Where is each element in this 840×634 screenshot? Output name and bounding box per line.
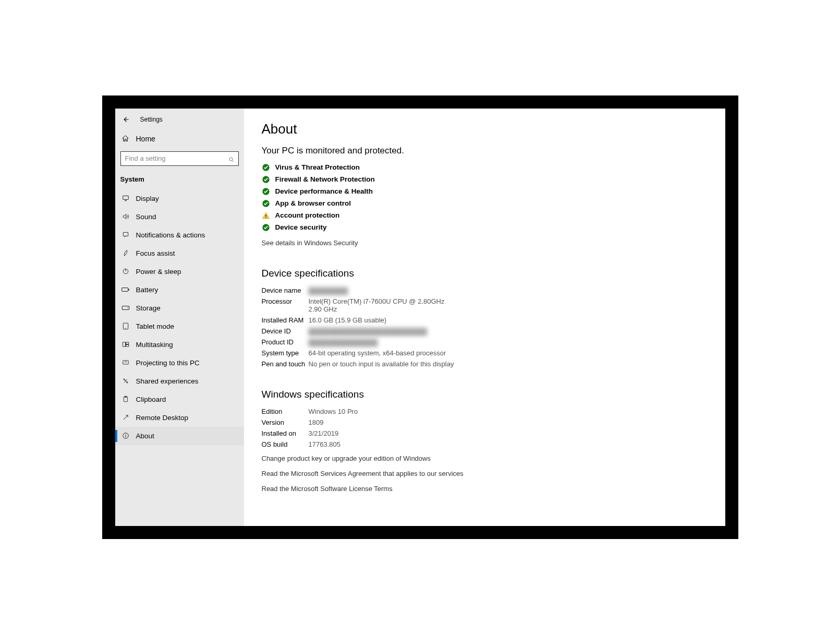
nav-item-storage[interactable]: Storage [115,299,244,317]
protection-list: Virus & Threat Protection Firewall & Net… [262,163,708,232]
nav-item-clipboard[interactable]: Clipboard [115,390,244,409]
category-heading: System [115,171,244,189]
windows-specs-heading: Windows specifications [262,389,708,400]
spec-label: Installed RAM [262,316,309,324]
nav-home-label: Home [136,135,155,143]
svg-line-1 [232,160,234,162]
battery-icon [121,287,130,292]
check-icon [262,223,270,232]
see-details-link[interactable]: See details in Windows Security [262,239,708,247]
spec-row-installed-on: Installed on 3/21/2019 [262,429,708,437]
nav-item-notifications[interactable]: Notifications & actions [115,226,244,244]
nav-item-label: About [136,432,154,440]
spec-row-processor: Processor Intel(R) Core(TM) i7-7600U CPU… [262,297,708,313]
nav-item-shared[interactable]: Shared experiences [115,372,244,390]
display-icon [121,195,130,202]
bottom-links: Change product key or upgrade your editi… [262,454,708,493]
svg-rect-5 [123,232,128,236]
window-title: Settings [140,116,163,123]
focus-icon [121,249,130,257]
windows-specs-section: Windows specifications Edition Windows 1… [262,389,708,493]
spec-row-product-id: Product ID ▓▓▓▓▓▓▓▓▓▓▓▓▓▓ [262,338,708,346]
nav-item-label: Tablet mode [136,322,175,330]
search-input[interactable] [120,151,239,166]
spec-label: Product ID [262,338,309,346]
svg-rect-15 [126,342,128,344]
nav-item-label: Shared experiences [136,377,199,385]
nav-item-focus[interactable]: Focus assist [115,244,244,262]
protection-heading: Your PC is monitored and protected. [262,146,708,156]
remote-icon [121,414,130,421]
nav-item-label: Multitasking [136,341,173,349]
spec-label: Processor [262,297,309,305]
spec-value: 64-bit operating system, x64-based proce… [309,349,446,357]
spec-label: Edition [262,408,309,415]
nav-home[interactable]: Home [115,129,244,148]
nav-item-tablet[interactable]: Tablet mode [115,317,244,336]
nav-item-label: Notifications & actions [136,231,205,239]
nav-item-sound[interactable]: Sound [115,208,244,226]
svg-rect-16 [126,345,128,347]
back-button[interactable] [120,115,132,124]
check-icon [262,163,270,172]
titlebar: Settings [115,113,244,129]
spec-label: Installed on [262,429,309,437]
projecting-icon [121,359,130,366]
check-icon [262,199,270,208]
nav-item-about[interactable]: About [115,427,244,445]
sound-icon [121,213,130,220]
nav-item-power[interactable]: Power & sleep [115,262,244,281]
info-icon [121,432,130,439]
check-icon [262,187,270,196]
svg-rect-10 [122,306,129,310]
nav-item-remote[interactable]: Remote Desktop [115,409,244,427]
spec-value: ▓▓▓▓▓▓▓▓▓▓▓▓▓▓▓▓▓▓▓▓▓▓▓▓ [309,327,427,335]
protection-item-performance: Device performance & Health [262,187,708,196]
svg-point-0 [229,158,233,161]
protection-item-firewall: Firewall & Network Protection [262,175,708,184]
protection-label: Firewall & Network Protection [275,175,375,183]
protection-label: Virus & Threat Protection [275,163,360,171]
nav-item-projecting[interactable]: Projecting to this PC [115,354,244,372]
spec-value: 1809 [309,418,324,426]
svg-rect-17 [123,361,128,364]
nav-item-multitasking[interactable]: Multitasking [115,336,244,354]
spec-row-edition: Edition Windows 10 Pro [262,408,708,415]
spec-value: ▓▓▓▓▓▓▓▓ [309,286,348,294]
protection-label: Account protection [275,211,340,219]
protection-item-account: Account protection [262,211,708,220]
svg-point-30 [265,217,266,218]
power-icon [121,268,130,275]
search-container [115,148,244,171]
multitasking-icon [121,341,130,348]
nav-item-display[interactable]: Display [115,189,244,208]
nav-item-label: Sound [136,213,156,221]
home-icon [121,135,130,142]
protection-label: App & browser control [275,199,351,207]
warning-icon [262,211,270,220]
svg-rect-2 [123,196,128,199]
notifications-icon [121,231,130,238]
change-product-key-link[interactable]: Change product key or upgrade your editi… [262,454,708,462]
nav-item-battery[interactable]: Battery [115,281,244,299]
nav-item-label: Remote Desktop [136,414,189,422]
spec-value: ▓▓▓▓▓▓▓▓▓▓▓▓▓▓ [309,338,378,346]
window-frame: Settings Home System Display Sound Notif… [102,95,738,539]
device-specs-section: Device specifications Device name ▓▓▓▓▓▓… [262,268,708,368]
nav-item-label: Battery [136,286,159,294]
spec-label: OS build [262,440,309,448]
spec-label: Pen and touch [262,360,309,368]
spec-row-os-build: OS build 17763.805 [262,440,708,448]
svg-point-11 [127,307,128,308]
clipboard-icon [121,396,130,403]
protection-item-app-browser: App & browser control [262,199,708,208]
page-title: About [262,121,708,137]
nav-item-label: Focus assist [136,249,175,257]
license-terms-link[interactable]: Read the Microsoft Software License Term… [262,485,708,493]
services-agreement-link[interactable]: Read the Microsoft Services Agreement th… [262,470,708,477]
spec-value: No pen or touch input is available for t… [309,360,454,368]
spec-row-version: Version 1809 [262,418,708,426]
svg-point-13 [125,328,126,329]
nav-item-label: Display [136,195,159,202]
spec-row-device-name: Device name ▓▓▓▓▓▓▓▓ [262,286,708,294]
